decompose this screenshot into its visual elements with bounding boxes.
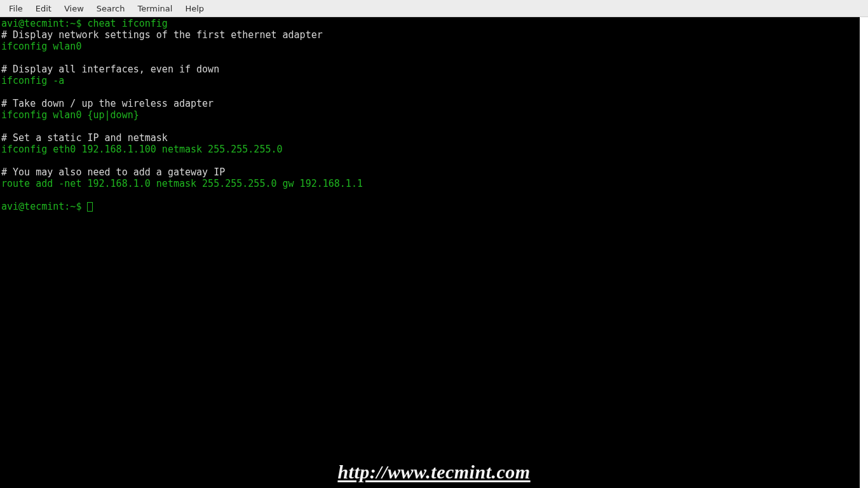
terminal-line xyxy=(1,155,858,166)
terminal-viewport[interactable]: avi@tecmint:~$ cheat ifconfig# Display n… xyxy=(0,17,860,488)
cursor-icon xyxy=(87,202,93,212)
terminal-line: ifconfig wlan0 {up|down} xyxy=(1,109,858,121)
terminal-line: route add -net 192.168.1.0 netmask 255.2… xyxy=(1,178,858,189)
comment-text: # Take down / up the wireless adapter xyxy=(1,98,214,109)
command-text: ifconfig -a xyxy=(1,75,64,86)
terminal-line: # You may also need to add a gateway IP xyxy=(1,166,858,178)
command-text: route add -net 192.168.1.0 netmask 255.2… xyxy=(1,178,363,189)
terminal-line: ifconfig wlan0 xyxy=(1,41,858,52)
terminal-line: # Set a static IP and netmask xyxy=(1,132,858,144)
menu-label: Search xyxy=(97,4,125,13)
menu-view[interactable]: View xyxy=(58,1,90,16)
terminal-line: ifconfig eth0 192.168.1.100 netmask 255.… xyxy=(1,144,858,155)
comment-text: # You may also need to add a gateway IP xyxy=(1,166,225,178)
command-text xyxy=(1,121,7,132)
command-text: cheat ifconfig xyxy=(87,18,167,29)
terminal-line xyxy=(1,189,858,201)
menu-edit[interactable]: Edit xyxy=(29,1,58,16)
terminal-line: # Display network settings of the first … xyxy=(1,29,858,41)
terminal-line: # Take down / up the wireless adapter xyxy=(1,98,858,109)
menu-file[interactable]: File xyxy=(3,1,29,16)
comment-text: # Set a static IP and netmask xyxy=(1,132,168,144)
menu-help[interactable]: Help xyxy=(179,1,210,16)
command-text xyxy=(1,189,7,201)
menu-label: Edit xyxy=(36,4,51,13)
menu-label: File xyxy=(9,4,23,13)
menubar: FileEditViewSearchTerminalHelp xyxy=(0,0,868,17)
command-text xyxy=(1,86,7,98)
command-text xyxy=(1,52,7,64)
terminal-line: avi@tecmint:~$ xyxy=(1,201,858,212)
watermark-url: http://www.tecmint.com xyxy=(337,461,530,483)
terminal-line xyxy=(1,121,858,132)
command-text: ifconfig wlan0 {up|down} xyxy=(1,109,139,121)
menu-label: View xyxy=(64,4,84,13)
menu-search[interactable]: Search xyxy=(90,1,132,16)
right-gutter xyxy=(860,17,868,488)
shell-prompt: avi@tecmint:~$ xyxy=(1,201,87,212)
terminal-line: avi@tecmint:~$ cheat ifconfig xyxy=(1,18,858,29)
comment-text: # Display network settings of the first … xyxy=(1,29,323,41)
command-text: ifconfig wlan0 xyxy=(1,41,81,52)
shell-prompt: avi@tecmint:~$ xyxy=(1,18,87,29)
terminal-line xyxy=(1,86,858,98)
terminal-line: # Display all interfaces, even if down xyxy=(1,64,858,75)
terminal-line xyxy=(1,52,858,64)
comment-text: # Display all interfaces, even if down xyxy=(1,64,219,75)
menu-terminal[interactable]: Terminal xyxy=(131,1,179,16)
menu-label: Help xyxy=(185,4,204,13)
menu-label: Terminal xyxy=(137,4,172,13)
terminal-line: ifconfig -a xyxy=(1,75,858,86)
command-text: ifconfig eth0 192.168.1.100 netmask 255.… xyxy=(1,144,283,155)
command-text xyxy=(1,155,7,166)
